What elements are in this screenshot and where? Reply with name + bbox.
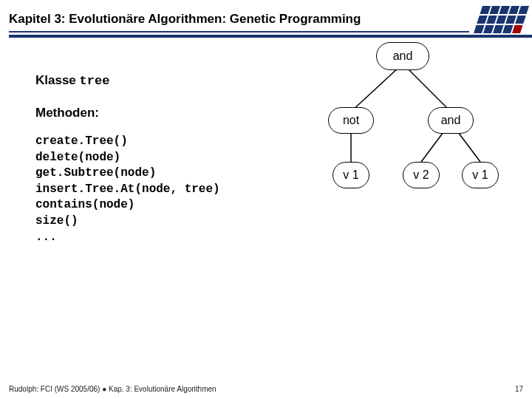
footer-text: Rudolph: FCI (WS 2005/06) ● Kap. 3: Evol… — [9, 385, 216, 393]
tree-node-ll: v 1 — [332, 162, 369, 188]
tree-node-l: not — [328, 107, 374, 134]
svg-line-1 — [406, 67, 451, 112]
tree-diagram: and not and v 1 v 2 v 1 — [296, 38, 517, 230]
svg-line-0 — [351, 67, 399, 112]
tree-node-root: and — [376, 42, 429, 70]
slide-title: Kapitel 3: Evolutionäre Algorithmen: Gen… — [9, 12, 532, 27]
class-label: Klasse — [35, 73, 80, 87]
slide-content: Klasse tree Methoden: create.Tree() dele… — [0, 38, 532, 245]
svg-line-3 — [421, 132, 443, 162]
class-name: tree — [80, 74, 110, 88]
tree-node-rr: v 1 — [462, 162, 499, 188]
slide-header: Kapitel 3: Evolutionäre Algorithmen: Gen… — [0, 0, 532, 38]
page-number: 17 — [515, 385, 523, 393]
grid-logo — [474, 6, 529, 33]
tree-node-r: and — [428, 107, 474, 134]
slide-footer: Rudolph: FCI (WS 2005/06) ● Kap. 3: Evol… — [9, 385, 523, 393]
tree-node-rl: v 2 — [403, 162, 440, 188]
svg-line-4 — [458, 132, 480, 162]
header-rule-thin — [9, 31, 469, 33]
